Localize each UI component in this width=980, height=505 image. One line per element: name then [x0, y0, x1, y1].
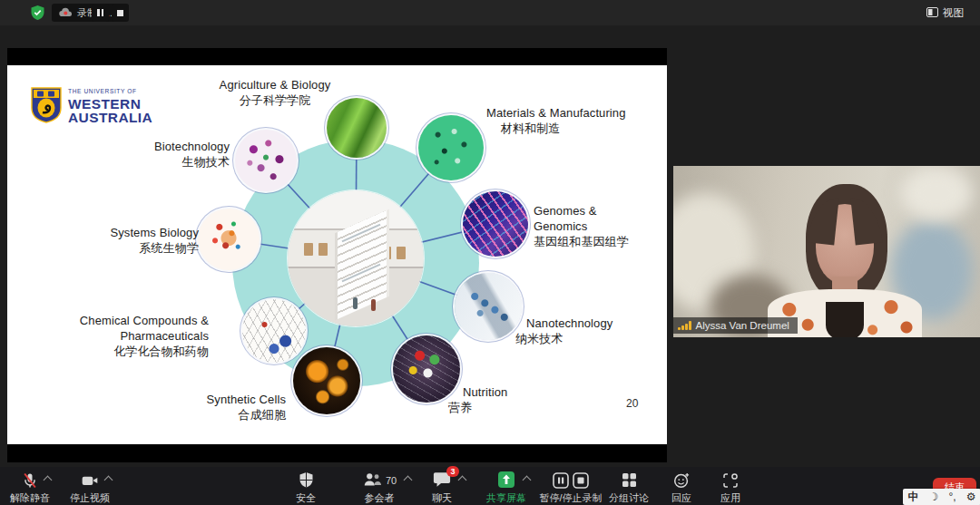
label-genomes-zh: 基因组和基因组学: [534, 234, 656, 249]
label-chemical-zh: 化学化合物和药物: [34, 344, 209, 359]
participants-icon: [362, 471, 382, 490]
participants-chevron[interactable]: [404, 476, 413, 485]
participants-label: 参会者: [365, 491, 395, 505]
pause-recording-button[interactable]: [92, 4, 109, 22]
participant-video-thumbnail[interactable]: Alyssa Van Dreumel: [673, 166, 980, 337]
chat-label: 聊天: [432, 491, 452, 505]
ime-settings-gear-icon[interactable]: ⚙: [966, 491, 976, 502]
breakout-grid-icon: [622, 471, 637, 490]
label-chemical-en: Chemical Compounds & Pharmaceuticals: [34, 313, 209, 344]
view-button[interactable]: 视图: [921, 4, 969, 22]
share-screen-label: 共享屏幕: [486, 491, 526, 505]
label-biotechnology: Biotechnology 生物技术: [89, 139, 230, 170]
stop-recording-button[interactable]: [112, 4, 129, 22]
stop-video-button[interactable]: 停止视频: [62, 471, 118, 505]
microphone-muted-icon: [21, 471, 39, 490]
label-nutrition: Nutrition 营养: [448, 384, 548, 415]
encryption-shield-icon: [30, 5, 45, 21]
label-genomes: Genomes & Genomics 基因组和基因组学: [534, 203, 656, 249]
security-label: 安全: [296, 491, 316, 505]
label-agriculture-zh: 分子科学学院: [193, 92, 357, 108]
security-shield-icon: [299, 471, 314, 490]
view-button-label: 视图: [943, 6, 964, 20]
ime-fullwidth-moon-icon[interactable]: ☽: [929, 491, 939, 502]
share-options-chevron[interactable]: [523, 476, 532, 485]
node-materials-image: [418, 115, 484, 180]
stop-video-label: 停止视频: [70, 491, 110, 505]
participants-button[interactable]: 70 参会者: [348, 471, 411, 505]
label-materials: Materials & Manufacturing 材料和制造: [486, 105, 667, 136]
node-synthetic-cells-image: [293, 347, 360, 414]
label-synthetic-cells-zh: 合成细胞: [154, 407, 286, 422]
presentation-slide: THE UNIVERSITY OF WESTERN AUSTRALIA: [7, 65, 667, 444]
label-systems-biology: Systems Biology 系统生物学: [67, 225, 199, 256]
security-button[interactable]: 安全: [279, 471, 332, 505]
label-synthetic-cells: Synthetic Cells 合成细胞: [154, 392, 286, 422]
ime-punctuation-icon[interactable]: °,: [948, 491, 956, 502]
share-screen-icon: [497, 471, 515, 490]
view-layout-icon: [926, 7, 938, 19]
video-options-chevron[interactable]: [104, 476, 113, 485]
meeting-top-bar: 录制中... 视图: [0, 0, 980, 25]
label-biotechnology-en: Biotechnology: [89, 139, 230, 154]
label-materials-en: Materials & Manufacturing: [486, 105, 667, 121]
label-systems-biology-zh: 系统生物学: [67, 240, 199, 256]
reactions-button[interactable]: 回应: [659, 471, 704, 505]
participant-shirt-inner: [826, 302, 864, 337]
zoom-meeting-window: 录制中... 视图: [0, 0, 980, 505]
apps-button[interactable]: 应用: [708, 471, 753, 505]
node-nanotechnology-image: [455, 273, 522, 340]
pause-stop-record-button[interactable]: 暂停/停止录制: [534, 471, 608, 505]
label-nanotechnology-en: Nanotechnology: [526, 316, 656, 331]
camera-icon: [80, 471, 100, 490]
unmute-label: 解除静音: [10, 491, 50, 505]
label-materials-zh: 材料和制造: [501, 121, 667, 136]
chat-unread-badge: 3: [446, 466, 459, 477]
apps-icon: [722, 471, 739, 490]
label-biotechnology-zh: 生物技术: [89, 154, 230, 170]
node-genomes-image: [463, 191, 528, 257]
label-nutrition-zh: 营养: [448, 400, 548, 415]
label-genomes-en: Genomes & Genomics: [534, 203, 656, 234]
ime-language-mode[interactable]: 中: [908, 491, 919, 502]
label-synthetic-cells-en: Synthetic Cells: [154, 392, 286, 407]
label-systems-biology-en: Systems Biology: [67, 225, 199, 240]
breakout-rooms-button[interactable]: 分组讨论: [603, 471, 655, 505]
label-nanotechnology-zh: 纳米技术: [515, 331, 656, 346]
label-chemical: Chemical Compounds & Pharmaceuticals 化学化…: [34, 313, 209, 359]
node-biotechnology-image: [235, 130, 297, 191]
center-building-photo: [288, 190, 424, 326]
node-systems-biology-image: [198, 209, 260, 270]
reactions-smiley-icon: [673, 471, 691, 490]
label-agriculture-en: Agriculture & Biology: [193, 77, 357, 92]
label-nutrition-en: Nutrition: [463, 384, 548, 400]
audio-level-icon: [678, 321, 691, 330]
meeting-toolbar: 解除静音 停止视频 安全 70 参会者: [0, 467, 980, 505]
pause-stop-record-icons: [553, 471, 589, 490]
recording-cloud-icon: [59, 7, 73, 19]
shared-screen-area: THE UNIVERSITY OF WESTERN AUSTRALIA: [7, 48, 667, 462]
unmute-button[interactable]: 解除静音: [2, 471, 58, 505]
mute-options-chevron[interactable]: [44, 476, 53, 485]
participant-name-text: Alyssa Van Dreumel: [696, 320, 789, 331]
participant-name-label: Alyssa Van Dreumel: [673, 317, 798, 334]
pause-stop-record-label: 暂停/停止录制: [539, 491, 602, 505]
reactions-label: 回应: [671, 491, 691, 505]
breakout-rooms-label: 分组讨论: [609, 491, 649, 505]
label-agriculture: Agriculture & Biology 分子科学学院: [193, 77, 357, 108]
share-screen-button[interactable]: 共享屏幕: [477, 471, 535, 505]
ime-toolbar: 中 ☽ °, ⚙: [903, 489, 980, 505]
node-chemical-image: [242, 299, 306, 363]
label-nanotechnology: Nanotechnology 纳米技术: [515, 316, 656, 346]
chat-chevron[interactable]: [458, 476, 467, 485]
participants-count: 70: [386, 475, 397, 486]
apps-label: 应用: [720, 491, 740, 505]
slide-page-number: 20: [626, 397, 638, 410]
chat-button[interactable]: 3 聊天: [416, 471, 468, 505]
